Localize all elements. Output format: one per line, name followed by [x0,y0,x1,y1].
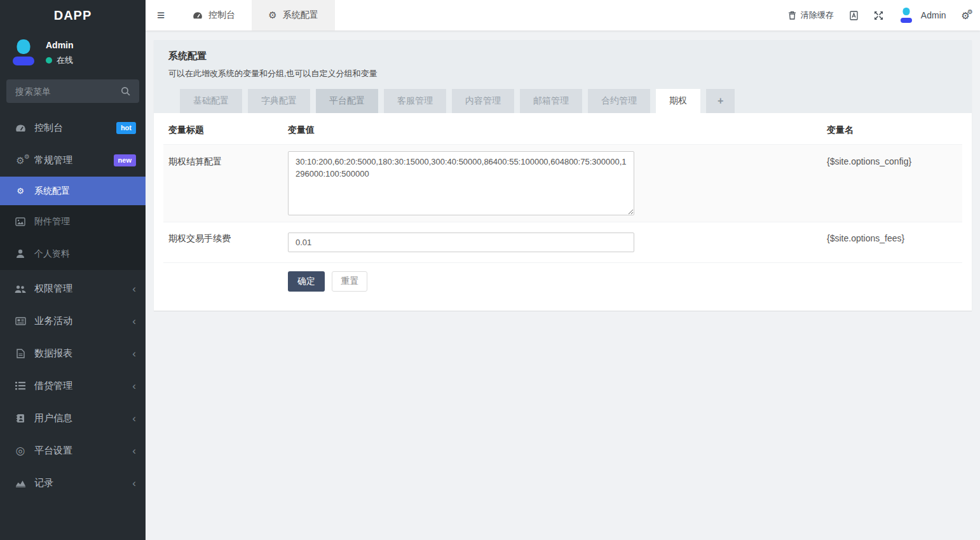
chevron-left-icon: ‹ [132,381,136,391]
avatar [9,39,37,67]
submit-button[interactable]: 确定 [288,271,325,292]
language-button[interactable] [849,11,859,20]
tab-email[interactable]: 邮箱管理 [520,89,582,113]
user-status: 在线 [57,55,73,66]
address-book-icon [14,414,27,423]
settings-button[interactable]: ⚙⚙ [962,11,970,20]
bullseye-icon: ◎ [14,444,27,457]
page-subtitle: 可以在此增改系统的变量和分组,也可以自定义分组和变量 [168,68,957,79]
sidebar-item-label: 权限管理 [34,283,72,295]
column-header: 变量标题 [163,117,283,144]
tab-options[interactable]: 期权 [656,89,700,113]
options-config-textarea[interactable]: 30:10:200,60:20:5000,180:30:15000,300:40… [288,151,634,215]
sidebar-item-users-info[interactable]: 用户信息 ‹ [0,402,146,435]
variable-title: 期权结算配置 [163,144,283,222]
page-title: 系统配置 [168,50,957,62]
variable-name: {$site.options_fees} [822,222,962,262]
file-icon [14,349,27,358]
chevron-left-icon: ‹ [132,283,136,294]
column-header: 变量名 [822,117,962,144]
sidebar-item-platform[interactable]: ◎ 平台设置 ‹ [0,435,146,467]
sidebar-item-general[interactable]: ⚙⚙ 常规管理 new [0,144,146,177]
topbar-tab-dashboard[interactable]: 控制台 [176,0,252,30]
menu-toggle-icon[interactable]: ≡ [146,8,176,23]
chevron-left-icon: ‹ [132,413,136,424]
chevron-left-icon: ‹ [132,348,136,359]
chart-area-icon [14,479,27,487]
cogs-icon: ⚙⚙ [14,156,27,165]
search-icon [121,86,130,96]
sidebar-item-attachments[interactable]: 附件管理 [0,205,146,238]
gear-icon: ⚙ [14,186,27,196]
sidebar-item-permissions[interactable]: 权限管理 ‹ [0,273,146,305]
sidebar-item-business[interactable]: 业务活动 ‹ [0,305,146,337]
tab-basic[interactable]: 基础配置 [180,89,242,113]
newspaper-icon [14,317,27,325]
sidebar-item-records[interactable]: 记录 ‹ [0,467,146,499]
tab-content[interactable]: 内容管理 [452,89,514,113]
reset-button[interactable]: 重置 [332,271,367,292]
sidebar-item-dashboard[interactable]: 控制台 hot [0,112,146,144]
language-icon [849,11,859,20]
clear-cache-label: 清除缓存 [801,10,834,21]
sidebar-item-label: 个人资料 [34,248,70,260]
sidebar-menu: 控制台 hot ⚙⚙ 常规管理 new ⚙ 系统配置 附件管理 [0,112,146,540]
avatar-head [17,39,30,54]
user-icon [14,249,27,259]
tachometer-icon [193,11,203,20]
app-logo: DAPP [0,0,146,30]
sidebar-item-system-config[interactable]: ⚙ 系统配置 [0,177,146,205]
user-name: Admin [46,40,74,50]
options-fees-input[interactable] [288,233,634,252]
config-tabs: 基础配置 字典配置 平台配置 客服管理 内容管理 邮箱管理 合约管理 期权 + [168,89,957,113]
sidebar-item-label: 常规管理 [34,154,72,166]
menu-search [6,79,139,103]
sidebar-item-label: 借贷管理 [34,380,72,392]
fullscreen-icon [874,11,883,20]
sidebar-item-reports[interactable]: 数据报表 ‹ [0,337,146,370]
sidebar: DAPP Admin 在线 控制台 hot ⚙ [0,0,146,540]
config-form: 变量标题 变量值 变量名 期权结算配置 30:10:200,60:20:5000… [154,113,972,311]
sidebar-submenu: ⚙ 系统配置 附件管理 个人资料 [0,177,146,270]
config-panel: 系统配置 可以在此增改系统的变量和分组,也可以自定义分组和变量 基础配置 字典配… [154,40,972,311]
clear-cache-button[interactable]: 清除缓存 [788,10,834,21]
chevron-left-icon: ‹ [132,445,136,456]
sidebar-item-label: 附件管理 [34,216,70,227]
trash-icon [788,11,796,20]
user-panel: Admin 在线 [0,30,146,70]
column-header: 变量值 [283,117,822,144]
topbar-tab-label: 控制台 [208,10,235,21]
avatar-head [902,8,909,15]
variable-title: 期权交易手续费 [163,222,283,262]
tab-contract[interactable]: 合约管理 [588,89,650,113]
online-dot-icon [46,57,52,64]
search-input[interactable] [15,86,116,97]
cogs-icon: ⚙⚙ [962,11,970,20]
tab-dictionary[interactable]: 字典配置 [248,89,310,113]
sidebar-item-label: 平台设置 [34,445,72,457]
sidebar-item-label: 系统配置 [34,186,70,197]
list-icon [14,382,27,390]
tab-platform[interactable]: 平台配置 [316,89,378,113]
plus-icon: + [718,95,723,107]
hot-badge: hot [116,122,136,133]
gear-icon: ⚙ [268,10,276,21]
image-icon [14,217,27,226]
tachometer-icon [14,123,27,133]
fullscreen-button[interactable] [874,11,883,20]
topbar-tab-system-config[interactable]: ⚙ 系统配置 [252,0,334,30]
sidebar-item-profile[interactable]: 个人资料 [0,238,146,270]
avatar-body [901,18,912,23]
topbar-user-menu[interactable]: Admin [899,8,946,23]
sidebar-item-lending[interactable]: 借贷管理 ‹ [0,370,146,402]
chevron-left-icon: ‹ [132,478,136,489]
tab-service[interactable]: 客服管理 [384,89,446,113]
users-icon [14,285,27,294]
sidebar-item-label: 业务活动 [34,315,72,327]
avatar [899,8,914,23]
topbar-user-name: Admin [921,10,946,20]
add-tab-button[interactable]: + [706,89,735,113]
topbar: ≡ 控制台 ⚙ 系统配置 清除缓存 [146,0,980,30]
chevron-left-icon: ‹ [132,316,136,327]
sidebar-item-label: 记录 [34,477,53,489]
